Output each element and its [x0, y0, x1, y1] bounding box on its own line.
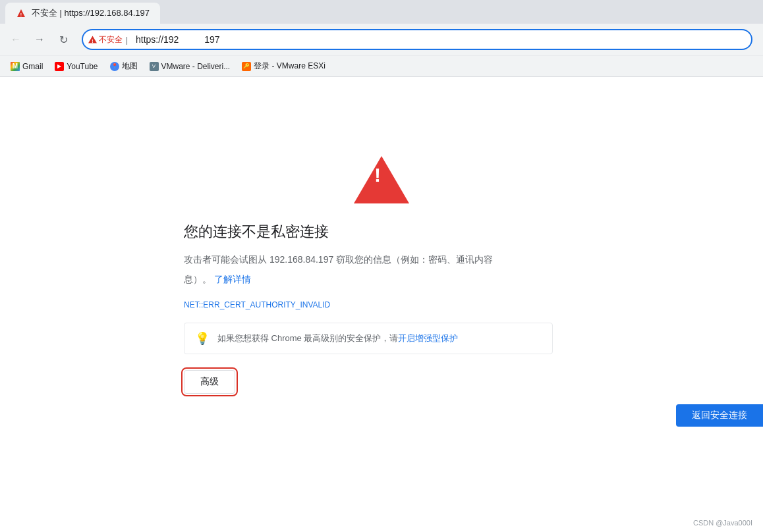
bookmark-esxi[interactable]: 🔑 登录 - VMware ESXi	[237, 59, 331, 73]
bookmark-maps-label: 地图	[122, 61, 138, 72]
address-input[interactable]	[82, 29, 752, 50]
info-box: 💡 如果您想获得 Chrome 最高级别的安全保护，请开启增强型保护	[184, 323, 553, 354]
enhanced-protection-link[interactable]: 开启增强型保护	[398, 333, 458, 343]
info-text-static: 如果您想获得 Chrome 最高级别的安全保护，请	[217, 333, 398, 343]
learn-more-link[interactable]: 了解详情	[214, 274, 251, 284]
tab-bar: ! 不安全 | https://192.168.84.197	[0, 0, 763, 24]
forward-button[interactable]: →	[29, 29, 50, 50]
bookmarks-bar: M Gmail ▶ YouTube 📍 地图 V VMware - Delive…	[0, 55, 763, 76]
back-button[interactable]: ←	[5, 29, 26, 50]
error-description-line2: 息）。 了解详情	[184, 272, 251, 286]
bookmark-youtube[interactable]: ▶ YouTube	[49, 61, 103, 72]
advanced-button[interactable]: 高级	[184, 370, 235, 394]
maps-favicon: 📍	[110, 62, 119, 71]
error-description-line1: 攻击者可能会试图从 192.168.84.197 窃取您的信息（例如：密码、通讯…	[184, 252, 493, 267]
tab-favicon: !	[16, 8, 26, 18]
error-container: ! 您的连接不是私密连接 攻击者可能会试图从 192.168.84.197 窃取…	[184, 156, 579, 394]
browser-chrome: ! 不安全 | https://192.168.84.197 ← → ↻ ! 不…	[0, 0, 763, 77]
bookmark-esxi-label: 登录 - VMware ESXi	[254, 61, 325, 72]
active-tab[interactable]: ! 不安全 | https://192.168.84.197	[5, 3, 160, 24]
esxi-favicon: 🔑	[242, 62, 251, 71]
bookmark-youtube-label: YouTube	[67, 62, 98, 71]
attribution-text: CSDN @Java000I	[693, 519, 752, 527]
svg-text:!: !	[20, 13, 22, 17]
tab-title: 不安全 | https://192.168.84.197	[32, 7, 150, 19]
toolbar: ← → ↻ ! 不安全 |	[0, 24, 763, 55]
forward-icon: →	[34, 34, 45, 45]
desc-text-1: 攻击者可能会试图从 192.168.84.197 窃取您的信息（例如：密码、通讯…	[184, 254, 493, 265]
back-to-safety-button[interactable]: 返回安全连接	[676, 404, 763, 427]
address-bar-container: ! 不安全 |	[82, 29, 752, 50]
warning-triangle-large: !	[354, 156, 409, 203]
bookmark-vmware-label: VMware - Deliveri...	[161, 62, 231, 71]
youtube-favicon: ▶	[55, 62, 64, 71]
reload-button[interactable]: ↻	[53, 29, 74, 50]
bookmark-maps[interactable]: 📍 地图	[105, 59, 143, 73]
error-title: 您的连接不是私密连接	[184, 222, 329, 242]
gmail-favicon: M	[11, 62, 20, 71]
page-content: ! 您的连接不是私密连接 攻击者可能会试图从 192.168.84.197 窃取…	[0, 77, 763, 532]
lightbulb-icon: 💡	[195, 331, 210, 346]
vmware-favicon: V	[150, 62, 159, 71]
attribution-bar: CSDN @Java000I	[683, 514, 763, 532]
info-text: 如果您想获得 Chrome 最高级别的安全保护，请开启增强型保护	[217, 332, 458, 344]
reload-icon: ↻	[59, 34, 68, 46]
buttons-container: 高级	[184, 370, 579, 394]
back-icon: ←	[11, 34, 21, 45]
bookmark-gmail[interactable]: M Gmail	[5, 61, 48, 72]
bookmark-gmail-label: Gmail	[22, 62, 43, 71]
desc-text-2: 息）。	[184, 274, 212, 284]
bookmark-vmware[interactable]: V VMware - Deliveri...	[144, 61, 236, 72]
error-code: NET::ERR_CERT_AUTHORITY_INVALID	[184, 300, 330, 309]
